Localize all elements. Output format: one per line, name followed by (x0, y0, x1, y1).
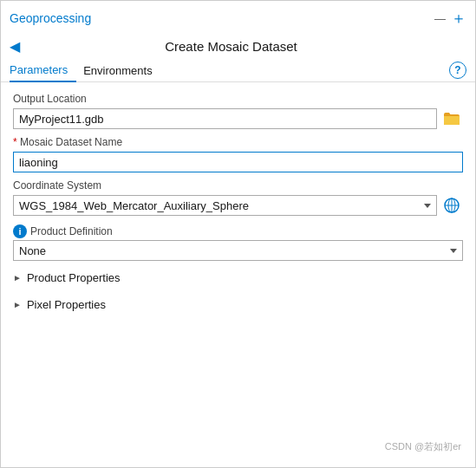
add-button[interactable]: ＋ (451, 8, 466, 29)
folder-icon (443, 112, 460, 126)
output-location-browse-button[interactable] (440, 108, 463, 129)
product-properties-label: Product Properties (27, 271, 121, 284)
pin-button[interactable]: — (434, 12, 446, 25)
product-properties-toggle[interactable]: ► Product Properties (13, 268, 463, 288)
header-icons: — ＋ (434, 8, 466, 29)
product-definition-select[interactable]: None (13, 240, 463, 261)
output-location-group: Output Location (13, 93, 463, 129)
tab-environments[interactable]: Environments (83, 60, 160, 81)
pixel-properties-label: Pixel Properties (27, 298, 106, 311)
app-title-bar: Geoprocessing — ＋ (1, 1, 475, 30)
output-location-input[interactable] (13, 108, 437, 129)
mosaic-dataset-name-group: Mosaic Dataset Name (13, 136, 463, 172)
pixel-properties-section: ► Pixel Properties (13, 295, 463, 315)
geoprocessing-panel: Geoprocessing — ＋ ◀ Create Mosaic Datase… (0, 0, 476, 468)
pixel-properties-toggle[interactable]: ► Pixel Properties (13, 295, 463, 315)
coordinate-system-label: Coordinate System (13, 179, 463, 192)
output-location-row (13, 108, 463, 129)
output-location-label: Output Location (13, 93, 463, 105)
coordinate-system-row: WGS_1984_Web_Mercator_Auxiliary_Sphere (13, 195, 463, 216)
mosaic-dataset-name-row (13, 152, 463, 172)
help-icon[interactable]: ? (449, 62, 466, 79)
product-definition-label-row: i Product Definition (13, 224, 463, 238)
product-properties-chevron: ► (13, 273, 22, 283)
tool-title: Create Mosaic Dataset (156, 34, 306, 59)
product-definition-row: None (13, 240, 463, 261)
mosaic-dataset-name-label: Mosaic Dataset Name (13, 136, 463, 148)
back-button[interactable]: ◀ (10, 38, 20, 55)
tool-title-row: ◀ Create Mosaic Dataset (1, 30, 475, 59)
app-title: Geoprocessing (10, 11, 91, 25)
coordinate-system-select[interactable]: WGS_1984_Web_Mercator_Auxiliary_Sphere (13, 195, 437, 216)
form-body: Output Location Mosaic Dataset Name (1, 82, 475, 467)
tab-parameters[interactable]: Parameters (10, 59, 76, 82)
product-definition-info-icon: i (13, 224, 27, 238)
watermark: CSDN @若如初er (385, 440, 461, 453)
coordinate-system-group: Coordinate System WGS_1984_Web_Mercator_… (13, 179, 463, 216)
product-definition-group: i Product Definition None (13, 223, 463, 261)
product-definition-label: Product Definition (30, 225, 113, 237)
product-properties-section: ► Product Properties (13, 268, 463, 288)
pixel-properties-chevron: ► (13, 300, 22, 309)
tabs-row: Parameters Environments ? (1, 59, 475, 82)
globe-icon (444, 198, 460, 213)
mosaic-dataset-name-input[interactable] (13, 152, 463, 172)
coordinate-system-globe-button[interactable] (440, 195, 463, 216)
